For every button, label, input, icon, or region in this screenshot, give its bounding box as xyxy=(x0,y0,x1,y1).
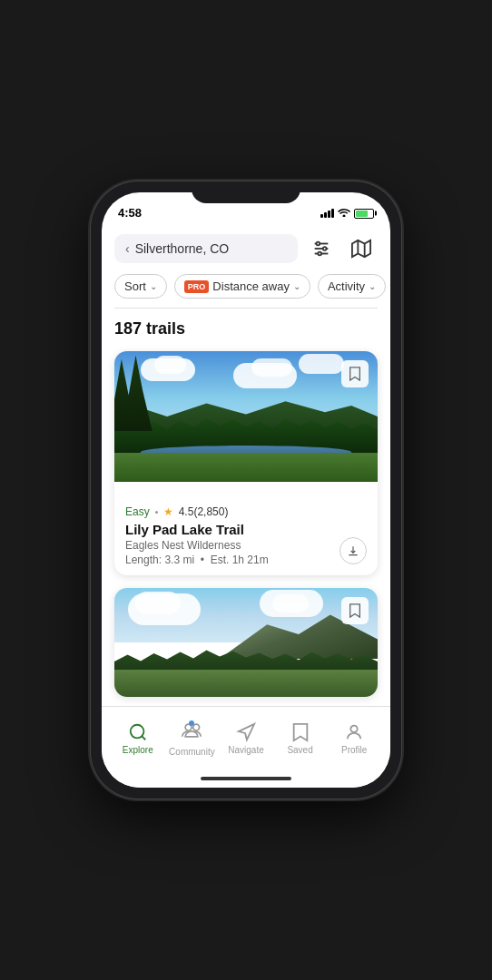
activity-chevron-icon: ⌄ xyxy=(369,281,376,291)
signal-icon xyxy=(320,209,334,218)
explore-icon xyxy=(128,722,148,742)
svg-point-3 xyxy=(323,247,327,250)
bottom-navigation: Explore Community xyxy=(102,706,390,769)
trail-meta-1: Easy ★ 4.5(2,850) xyxy=(125,505,367,518)
pro-badge: PRO xyxy=(184,280,210,293)
nav-explore[interactable]: Explore xyxy=(111,722,165,755)
difficulty-label: Easy xyxy=(125,505,150,518)
svg-marker-13 xyxy=(239,723,254,739)
community-notification-dot xyxy=(189,720,194,726)
trail-info-1: Easy ★ 4.5(2,850) Lily Pad Lake Trail Ea… xyxy=(114,496,378,575)
saved-icon xyxy=(291,722,310,742)
sort-chevron-icon: ⌄ xyxy=(150,281,157,291)
community-label: Community xyxy=(169,747,215,757)
navigate-icon xyxy=(236,722,256,742)
profile-label: Profile xyxy=(341,745,367,755)
trail-location-1: Eagles Nest Wilderness xyxy=(125,539,367,552)
svg-point-1 xyxy=(317,242,320,246)
sort-label: Sort xyxy=(124,279,146,293)
bookmark-button-2[interactable] xyxy=(341,597,369,624)
nav-profile[interactable]: Profile xyxy=(327,722,381,755)
notch xyxy=(192,181,300,203)
filter-settings-button[interactable] xyxy=(305,232,338,265)
star-icon: ★ xyxy=(163,505,173,518)
nav-community[interactable]: Community xyxy=(165,720,220,757)
svg-point-5 xyxy=(318,252,321,256)
activity-filter-chip[interactable]: Activity ⌄ xyxy=(318,274,386,299)
nav-navigate[interactable]: Navigate xyxy=(219,722,273,755)
home-bar xyxy=(201,777,291,780)
activity-label: Activity xyxy=(328,279,365,293)
distance-filter-chip[interactable]: PRO Distance away ⌄ xyxy=(174,274,310,299)
saved-label: Saved xyxy=(287,745,312,755)
search-bar[interactable]: ‹ Silverthorne, CO xyxy=(114,234,298,263)
filter-bar: Sort ⌄ PRO Distance away ⌄ Activity ⌄ xyxy=(102,274,390,308)
screen-content: ‹ Silverthorne, CO xyxy=(102,225,390,706)
trails-count: 187 trails xyxy=(114,319,378,338)
navigate-label: Navigate xyxy=(228,745,263,755)
trail-image-1 xyxy=(114,351,378,496)
svg-point-14 xyxy=(351,725,358,731)
download-button-1[interactable] xyxy=(339,537,367,564)
wifi-icon xyxy=(338,207,350,220)
status-icons xyxy=(320,207,374,220)
trails-list: 187 trails xyxy=(102,309,390,706)
back-arrow-icon[interactable]: ‹ xyxy=(125,241,130,256)
profile-icon xyxy=(344,722,364,742)
phone-shell: 4:58 xyxy=(91,181,401,799)
svg-line-10 xyxy=(142,736,145,740)
image-carousel-dots xyxy=(225,484,267,489)
phone-screen: 4:58 xyxy=(102,192,390,788)
location-text: Silverthorne, CO xyxy=(135,241,229,256)
svg-point-12 xyxy=(193,724,200,730)
svg-point-9 xyxy=(131,724,144,738)
search-area: ‹ Silverthorne, CO xyxy=(102,225,390,274)
trail-card-1[interactable]: Easy ★ 4.5(2,850) Lily Pad Lake Trail Ea… xyxy=(114,351,378,575)
sort-filter-chip[interactable]: Sort ⌄ xyxy=(114,274,167,299)
trail-stats-1: Length: 3.3 mi • Est. 1h 21m xyxy=(125,554,367,566)
svg-marker-6 xyxy=(352,240,370,257)
trail-image-2 xyxy=(114,588,378,697)
trail-rating: 4.5(2,850) xyxy=(179,505,229,518)
trail-card-2[interactable] xyxy=(114,588,378,697)
trail-name-1: Lily Pad Lake Trail xyxy=(125,522,367,537)
explore-label: Explore xyxy=(123,745,153,755)
battery-icon xyxy=(354,209,374,219)
distance-label: Distance away xyxy=(212,279,290,293)
home-indicator xyxy=(102,769,390,788)
landscape-photo-1 xyxy=(114,351,378,496)
bookmark-button-1[interactable] xyxy=(341,360,369,387)
distance-chevron-icon: ⌄ xyxy=(293,281,300,291)
status-time: 4:58 xyxy=(118,206,142,220)
nav-saved[interactable]: Saved xyxy=(273,722,328,755)
map-view-button[interactable] xyxy=(345,232,378,265)
